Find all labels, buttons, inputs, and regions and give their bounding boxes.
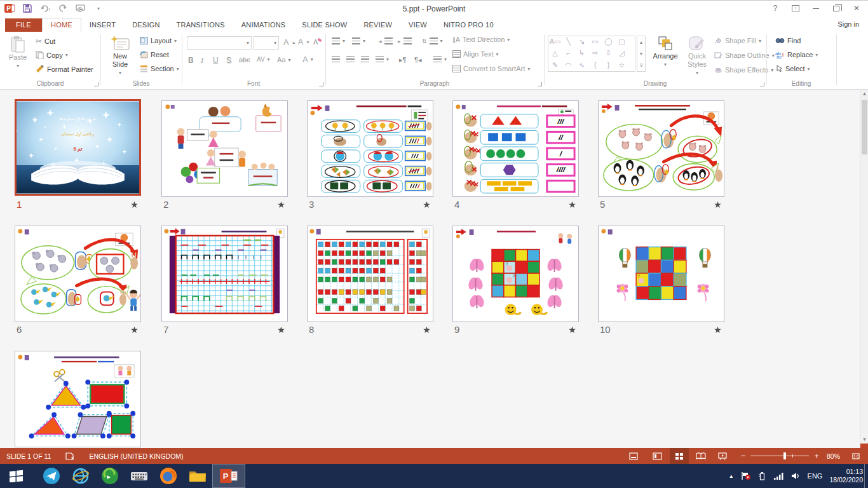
convert-to-smartart-button[interactable]: Convert to SmartArt▾ [452,65,530,72]
left-brace-shape-icon[interactable]: { [588,60,602,71]
ribbon-display-options-button[interactable]: ↑ [787,2,804,15]
tab-insert[interactable]: INSERT [81,18,124,32]
slide-thumbnail-4[interactable]: /// // [452,100,579,197]
paragraph-dialog-launcher[interactable] [538,82,542,86]
line-spacing-button[interactable]: ⇅▾ [422,37,443,44]
font-name-combobox[interactable]: ▾ [187,36,252,50]
right-arrow-shape-icon[interactable]: ⇨ [588,48,602,58]
section-button[interactable]: Section▾ [140,65,179,72]
font-size-combobox[interactable]: ▾ [254,36,279,50]
notes-button[interactable] [624,448,643,464]
oval-shape-icon[interactable]: ◯ [602,36,615,47]
arc-shape-icon[interactable]: ◠ [562,60,575,71]
format-painter-button[interactable]: Format Painter [36,65,93,73]
curve-shape-icon[interactable]: ∿ [575,60,588,71]
tab-nitro-pro[interactable]: NITRO PRO 10 [435,18,502,32]
shape-outline-button[interactable]: Shape Outline▾ [714,51,775,59]
scroll-down-icon[interactable]: ▼ [860,437,868,442]
tab-slide-show[interactable]: SLIDE SHOW [294,18,355,32]
increase-indent-button[interactable]: ▸ [398,37,412,44]
shapes-gallery[interactable]: A▭ ╲ ↘ ▭ ◯ ▢ △ ⌐ ↳ ⇨ ⇩ ◿ ✎ ◠ ∿ { } ☆ [548,36,635,72]
layout-button[interactable]: Layout▾ [140,37,177,44]
sign-in-link[interactable]: Sign in [837,20,859,28]
zoom-in-button[interactable]: + [814,451,819,461]
tab-file[interactable]: FILE [5,18,42,32]
rounded-rectangle-shape-icon[interactable]: ▢ [615,36,628,47]
vertical-scrollbar[interactable]: ▲ ▼ [860,90,868,448]
align-right-button[interactable] [361,56,369,63]
arrange-button[interactable]: Arrange ▾ [649,36,681,69]
bold-button[interactable]: B [188,56,194,65]
slide-thumbnail-1[interactable]: به نام خدای ستاره ها ریاضی اول دبستان تم… [15,99,141,196]
slide-thumbnail-10[interactable]: ? [598,226,724,322]
slide-thumbnail-6[interactable] [15,226,141,322]
zoom-slider-thumb[interactable] [783,452,786,459]
tab-home[interactable]: HOME [42,18,81,32]
zoom-level[interactable]: 80% [827,452,840,460]
star-shape-icon[interactable]: ☆ [615,60,628,71]
scroll-up-icon[interactable]: ▲ [860,91,868,97]
taskbar-app-internet-explorer[interactable] [66,464,95,488]
character-spacing-button[interactable]: AV▾ [257,56,270,63]
network-signal-icon[interactable] [773,471,784,480]
taskbar-app-powerpoint[interactable]: P [212,464,245,488]
replace-button[interactable]: abac Replace▾ [775,51,818,58]
strikethrough-button[interactable]: abc [239,56,250,64]
down-arrow-shape-icon[interactable]: ⇩ [602,48,615,58]
shape-effects-button[interactable]: Shape Effects▾ [714,66,773,74]
tab-animations[interactable]: ANIMATIONS [233,18,294,32]
tab-review[interactable]: REVIEW [355,18,400,32]
arrow-shape-icon[interactable]: ↘ [575,36,588,47]
decrease-indent-button[interactable]: ◂ [379,37,393,44]
slide-thumbnail-2[interactable] [161,100,288,197]
normal-view-button[interactable] [648,448,667,464]
scribble-shape-icon[interactable]: ✎ [548,60,562,71]
elbow-connector-icon[interactable]: ⌐ [562,48,575,58]
reset-button[interactable]: Reset [140,51,169,58]
slide-show-button[interactable] [713,448,732,464]
minimize-button[interactable] [807,2,825,15]
text-box-shape-icon[interactable]: A▭ [548,36,562,47]
taskbar-clock[interactable]: 01:13 18/02/2020 [829,468,863,484]
taskbar-app-download-manager[interactable] [95,464,125,488]
text-shadow-button[interactable]: S [226,56,231,65]
align-text-button[interactable]: Align Text▾ [452,50,499,58]
tray-language-indicator[interactable]: ENG [808,472,823,480]
start-button[interactable] [0,464,33,488]
fit-to-window-button[interactable] [846,448,865,464]
right-to-left-button[interactable]: ¶◂ [414,56,421,64]
taskbar-app-keyboard[interactable] [125,464,154,488]
zoom-slider[interactable] [750,456,809,456]
slide-thumbnail-8[interactable] [307,226,433,322]
volume-icon[interactable] [791,471,801,480]
font-dialog-launcher[interactable] [319,82,323,86]
hidden-icons-chevron[interactable]: ▲ [729,473,734,479]
taskbar-app-file-explorer[interactable] [183,464,212,488]
quick-styles-button[interactable]: Quick Styles ▾ [682,36,712,77]
shapes-scroll-down-button[interactable]: ▼ [639,51,644,56]
slide-sorter-view-button[interactable] [670,448,689,464]
reading-view-button[interactable] [691,448,710,464]
scrollbar-thumb[interactable] [862,100,867,154]
font-color-button[interactable]: A▾ [302,55,313,64]
slide-thumbnail-7[interactable] [161,226,288,322]
numbering-button[interactable]: ▾ [352,37,365,44]
text-direction-button[interactable]: ∥AText Direction▾ [452,36,510,43]
underline-button[interactable]: U [213,56,219,65]
slide-thumbnail-9[interactable]: ? ? [452,226,579,322]
action-center-flag-icon[interactable] [741,471,751,480]
new-slide-button[interactable]: New Slide ▾ [105,36,135,77]
shapes-more-button[interactable]: ⊽ [639,63,642,68]
show-desktop-button[interactable] [864,464,868,488]
corner-shape-icon[interactable]: ◿ [615,48,628,58]
rectangle-shape-icon[interactable]: ▭ [588,36,602,47]
clear-formatting-button[interactable]: A [313,37,322,46]
left-to-right-button[interactable]: ▸¶ [399,56,406,64]
align-center-button[interactable] [346,56,355,63]
slide-thumbnail-3[interactable] [307,100,433,197]
close-button[interactable]: ✕ [848,2,865,15]
align-left-button[interactable] [332,56,340,63]
help-button[interactable]: ? [766,2,784,15]
elbow-arrow-connector-icon[interactable]: ↳ [575,48,588,58]
italic-button[interactable]: I [201,56,203,65]
